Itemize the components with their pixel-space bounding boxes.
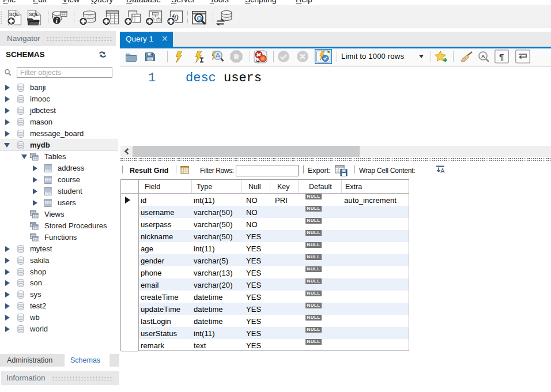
svg-text:A: A	[441, 168, 445, 174]
svg-text:Q: Q	[197, 15, 202, 22]
svg-text:i: i	[56, 17, 58, 25]
svg-text:SQL: SQL	[29, 12, 39, 17]
svg-text:SQL: SQL	[9, 12, 19, 17]
svg-text:¶: ¶	[499, 52, 504, 62]
svg-text:A: A	[481, 53, 485, 59]
